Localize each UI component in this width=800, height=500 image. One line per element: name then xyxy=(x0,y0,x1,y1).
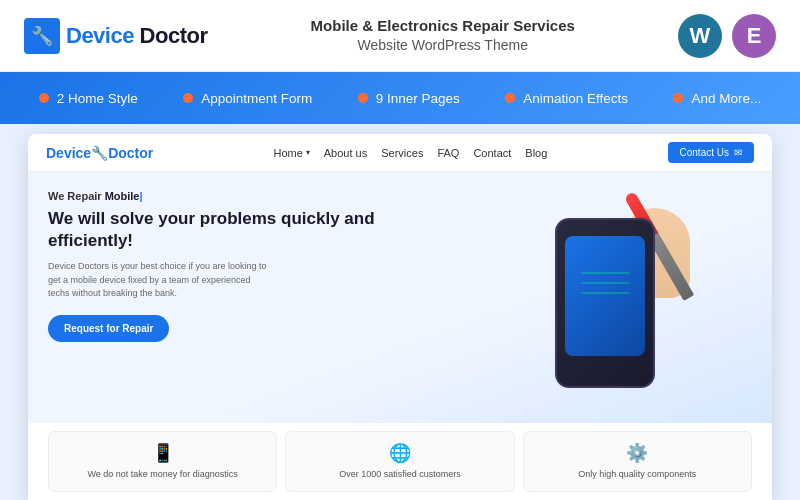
logo-part1: Device xyxy=(66,23,134,48)
hero-tag-prefix: We Repair xyxy=(48,190,105,202)
feature-label-1: Appointment Form xyxy=(201,91,312,106)
feature-dot-0 xyxy=(39,93,49,103)
feature-item-1: Appointment Form xyxy=(183,91,312,106)
wordpress-badge: W xyxy=(678,14,722,58)
feature-label-0: 2 Home Style xyxy=(57,91,138,106)
phone-icon: 📱 xyxy=(61,442,264,464)
feature-item-2: 9 Inner Pages xyxy=(358,91,460,106)
hero-description: Device Doctors is your best choice if yo… xyxy=(48,260,268,301)
header-title-line2: Website WordPress Theme xyxy=(311,36,575,56)
feature-card-2-text: Only high quality components xyxy=(536,468,739,481)
nav-faq[interactable]: FAQ xyxy=(437,147,459,159)
hero-section: We Repair Mobile| We will solve your pro… xyxy=(28,172,772,423)
feature-dot-1 xyxy=(183,93,193,103)
feature-card-2: ⚙️ Only high quality components xyxy=(523,431,752,492)
nav-home[interactable]: Home ▾ xyxy=(273,147,309,159)
hero-image xyxy=(447,172,772,423)
gear-icon: ⚙️ xyxy=(536,442,739,464)
hero-content: We Repair Mobile| We will solve your pro… xyxy=(28,172,437,423)
preview-container: Device🔧Doctor Home ▾ About us Services F… xyxy=(0,124,800,500)
phone-screen xyxy=(565,236,645,356)
feature-dot-3 xyxy=(505,93,515,103)
feature-label-4: And More... xyxy=(691,91,761,106)
hero-tag-keyword: Mobile xyxy=(105,190,140,202)
feature-card-0: 📱 We do not take money for diagnostics xyxy=(48,431,277,492)
phone-repair-visual xyxy=(535,198,695,398)
header-badges: W E xyxy=(678,14,776,58)
feature-label-3: Animation Effects xyxy=(523,91,628,106)
features-bar: 2 Home Style Appointment Form 9 Inner Pa… xyxy=(0,72,800,124)
phone-body xyxy=(555,218,655,388)
home-dropdown-arrow: ▾ xyxy=(306,148,310,157)
hero-tag: We Repair Mobile| xyxy=(48,190,417,202)
logo-part2: Doctor xyxy=(140,23,208,48)
contact-button-label: Contact Us xyxy=(680,147,729,158)
phone-circuit xyxy=(565,236,645,356)
preview-window: Device🔧Doctor Home ▾ About us Services F… xyxy=(28,134,772,500)
feature-dot-4 xyxy=(673,93,683,103)
nav-about[interactable]: About us xyxy=(324,147,367,159)
logo-text: Device Doctor xyxy=(66,23,207,49)
cursor-blink: | xyxy=(140,190,143,202)
inner-logo-part1: Device xyxy=(46,145,91,161)
nav-blog[interactable]: Blog xyxy=(525,147,547,159)
inner-nav-links: Home ▾ About us Services FAQ Contact Blo… xyxy=(273,147,547,159)
nav-contact[interactable]: Contact xyxy=(473,147,511,159)
globe-icon: 🌐 xyxy=(298,442,501,464)
inner-logo: Device🔧Doctor xyxy=(46,145,153,161)
feature-item-4: And More... xyxy=(673,91,761,106)
envelope-icon: ✉ xyxy=(734,147,742,158)
feature-card-1-text: Over 1000 satisfied customers xyxy=(298,468,501,481)
header-title-area: Mobile & Electronics Repair Services Web… xyxy=(311,15,575,56)
feature-cards: 📱 We do not take money for diagnostics 🌐… xyxy=(28,423,772,500)
feature-item-3: Animation Effects xyxy=(505,91,628,106)
header-title-line1: Mobile & Electronics Repair Services xyxy=(311,15,575,36)
hero-cta-button[interactable]: Request for Repair xyxy=(48,315,169,342)
elementor-badge: E xyxy=(732,14,776,58)
feature-label-2: 9 Inner Pages xyxy=(376,91,460,106)
feature-item-0: 2 Home Style xyxy=(39,91,138,106)
inner-logo-part2: Doctor xyxy=(108,145,153,161)
inner-nav: Device🔧Doctor Home ▾ About us Services F… xyxy=(28,134,772,172)
feature-dot-2 xyxy=(358,93,368,103)
logo-icon: 🔧 xyxy=(24,18,60,54)
contact-button[interactable]: Contact Us ✉ xyxy=(668,142,754,163)
feature-card-0-text: We do not take money for diagnostics xyxy=(61,468,264,481)
feature-card-1: 🌐 Over 1000 satisfied customers xyxy=(285,431,514,492)
nav-services[interactable]: Services xyxy=(381,147,423,159)
hero-title: We will solve your problems quickly and … xyxy=(48,208,417,252)
main-header: 🔧 Device Doctor Mobile & Electronics Rep… xyxy=(0,0,800,72)
logo-area: 🔧 Device Doctor xyxy=(24,18,207,54)
